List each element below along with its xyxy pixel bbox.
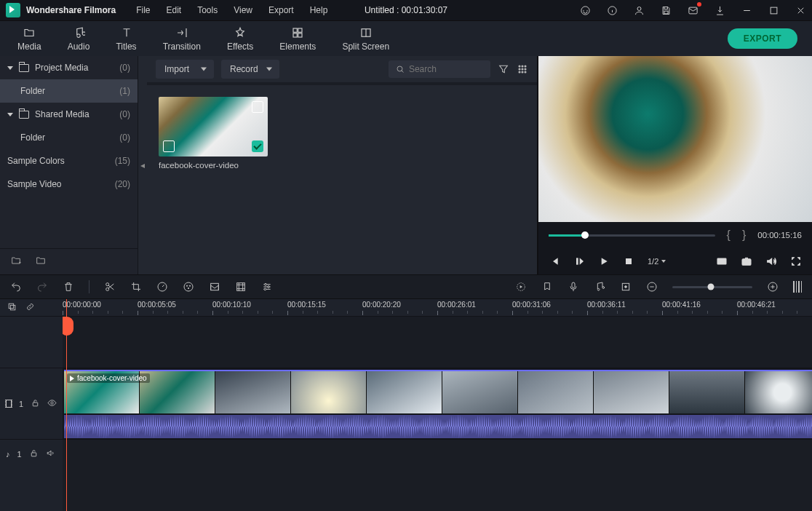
zoom-slider[interactable] [672, 286, 752, 288]
audio-track[interactable] [63, 439, 812, 468]
menu-export[interactable]: Export [268, 5, 294, 15]
voiceover-icon[interactable] [568, 281, 579, 293]
tab-elements[interactable]: Elements [266, 23, 329, 55]
speed-icon[interactable] [156, 281, 168, 293]
media-clip[interactable]: facebook-cover-video [159, 97, 268, 170]
open-folder-icon[interactable] [35, 255, 47, 269]
crop-icon[interactable] [130, 281, 142, 293]
playhead[interactable] [66, 299, 67, 511]
svg-rect-14 [293, 33, 297, 36]
video-track-header[interactable]: 1 [0, 368, 63, 439]
play-icon[interactable] [598, 256, 610, 267]
menu-tools[interactable]: Tools [197, 5, 218, 15]
menu-file[interactable]: File [136, 5, 150, 15]
tab-titles[interactable]: Titles [103, 23, 149, 55]
track-area[interactable]: 00:00:00:0000:00:05:0500:00:10:1000:00:1… [63, 299, 812, 511]
ruler-tick: 00:00:26:01 [437, 301, 476, 309]
filter-icon[interactable] [498, 63, 509, 75]
tab-media[interactable]: Media [4, 23, 55, 55]
message-icon[interactable] [688, 5, 698, 16]
link-tracks-icon[interactable] [25, 302, 35, 314]
zoom-in-icon[interactable] [767, 281, 779, 293]
support-icon[interactable] [580, 5, 591, 16]
svg-point-40 [188, 288, 188, 288]
search-field[interactable] [389, 60, 490, 78]
download-icon[interactable] [715, 5, 725, 16]
preview-viewport[interactable] [538, 56, 812, 222]
volume-icon[interactable] [765, 256, 777, 267]
prev-frame-icon[interactable] [549, 256, 560, 267]
menu-edit[interactable]: Edit [166, 5, 181, 15]
new-folder-icon[interactable] [10, 255, 22, 269]
playback-speed[interactable]: 1/2 [648, 257, 666, 266]
save-icon[interactable] [661, 5, 672, 16]
mark-in-icon[interactable]: { [727, 229, 731, 242]
lock-icon[interactable] [29, 448, 39, 460]
svg-rect-13 [298, 28, 302, 32]
menu-view[interactable]: View [234, 5, 252, 15]
audio-mixer-icon[interactable] [594, 281, 605, 293]
sidebar-item-folder[interactable]: Folder(0) [0, 126, 138, 149]
svg-point-20 [519, 66, 520, 67]
play-pause-icon[interactable] [573, 256, 585, 267]
mark-icon[interactable] [620, 281, 632, 293]
export-button[interactable]: EXPORT [728, 28, 797, 49]
time-ruler[interactable]: 00:00:00:0000:00:05:0500:00:10:1000:00:1… [63, 299, 812, 317]
main-menu: File Edit Tools View Export Help [136, 5, 327, 15]
mark-out-icon[interactable]: } [742, 229, 746, 242]
fit-timeline-icon[interactable] [793, 281, 802, 293]
add-track-icon[interactable] [7, 302, 17, 314]
color-icon[interactable] [183, 281, 194, 293]
mute-icon[interactable] [46, 448, 55, 460]
maximize-icon[interactable] [768, 5, 779, 16]
render-icon[interactable] [515, 281, 527, 293]
import-dropdown[interactable]: Import [156, 60, 214, 79]
sidebar-collapse-handle[interactable]: ◂ [138, 56, 147, 274]
audio-track-header[interactable]: ♪ 1 [0, 439, 63, 468]
preview-quality-icon[interactable] [716, 256, 728, 267]
minimize-icon[interactable] [741, 5, 752, 16]
keyframe-icon[interactable] [235, 281, 247, 293]
title-bar: Wondershare Filmora File Edit Tools View… [0, 0, 812, 21]
sidebar-item-project-media[interactable]: Project Media(0) [0, 56, 138, 79]
zoom-out-icon[interactable] [646, 281, 658, 293]
split-icon[interactable] [104, 281, 116, 293]
sidebar-item-shared-media[interactable]: Shared Media(0) [0, 103, 138, 126]
tab-split-screen[interactable]: Split Screen [329, 23, 402, 55]
clip-used-icon [252, 140, 263, 152]
sidebar-item-folder[interactable]: Folder(1) [0, 79, 138, 103]
grid-view-icon[interactable] [517, 63, 528, 75]
delete-icon[interactable] [63, 281, 74, 293]
adjust-icon[interactable] [261, 281, 273, 293]
undo-icon[interactable] [10, 281, 22, 293]
ruler-tick: 00:00:00:00 [63, 301, 101, 309]
svg-point-28 [525, 71, 526, 73]
visibility-icon[interactable] [47, 398, 57, 410]
account-icon[interactable] [634, 5, 645, 16]
record-dropdown[interactable]: Record [221, 60, 279, 79]
info-icon[interactable] [607, 5, 618, 16]
video-track[interactable]: facebook-cover-video [63, 368, 812, 439]
snapshot-icon[interactable] [741, 256, 752, 267]
clip-add-icon[interactable] [163, 140, 175, 152]
tab-audio[interactable]: Audio [55, 23, 103, 55]
menu-help[interactable]: Help [310, 5, 328, 15]
preview-scrubber[interactable] [549, 234, 715, 237]
lock-icon[interactable] [31, 398, 40, 410]
green-screen-icon[interactable] [209, 281, 220, 293]
stop-icon[interactable] [623, 256, 634, 267]
tab-transition[interactable]: Transition [150, 23, 214, 55]
fullscreen-icon[interactable] [790, 256, 802, 267]
ruler-tick: 00:00:05:05 [138, 301, 176, 309]
search-input[interactable] [409, 64, 483, 74]
marker-icon[interactable] [541, 281, 553, 293]
sidebar-item-sample-video[interactable]: Sample Video(20) [0, 173, 138, 196]
redo-icon[interactable] [36, 281, 48, 293]
folder-icon [19, 64, 29, 72]
svg-point-4 [637, 7, 641, 10]
close-icon[interactable] [795, 5, 806, 16]
tab-effects[interactable]: Effects [214, 23, 266, 55]
timeline-clip[interactable]: facebook-cover-video [64, 370, 812, 413]
svg-point-48 [264, 288, 266, 290]
sidebar-item-sample-colors[interactable]: Sample Colors(15) [0, 149, 138, 173]
